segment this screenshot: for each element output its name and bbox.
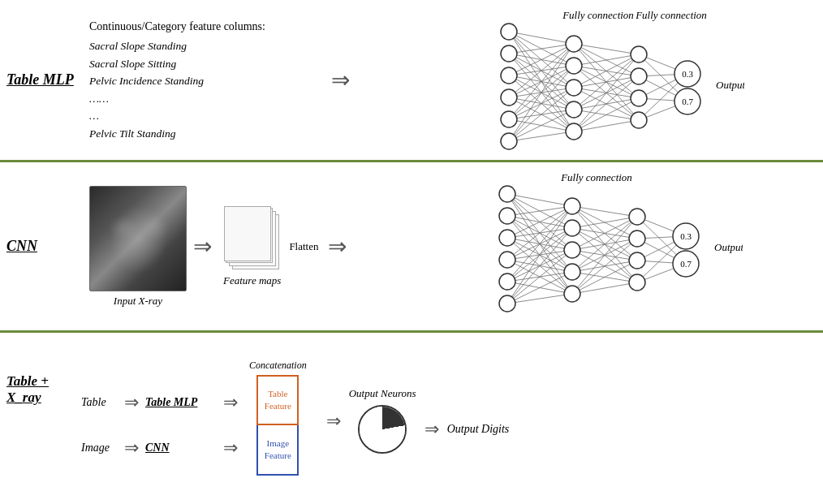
concat-bars: Table Feature Image Feature [256, 375, 299, 476]
mlp-header: Continuous/Category feature columns: [89, 18, 325, 36]
row2-arrow1: ⇒ [124, 437, 139, 459]
combined-row1: Table ⇒ Table MLP [81, 392, 218, 413]
cnn-layer2-nodes [564, 198, 580, 302]
row1-label: Table [81, 396, 118, 409]
svg-point-60 [501, 67, 517, 84]
svg-line-109 [572, 217, 637, 228]
output-neurons-label: Output Neurons [349, 387, 416, 400]
svg-point-66 [566, 80, 582, 96]
svg-line-30 [574, 44, 639, 54]
cnn-label: CNN [0, 238, 81, 255]
svg-line-105 [572, 206, 637, 217]
svg-point-143 [564, 286, 580, 302]
svg-line-42 [574, 54, 639, 110]
svg-point-139 [564, 198, 580, 214]
combined-label: Table + X_ray [0, 341, 81, 406]
section-cnn: CNN Input X-ray ⇒ Feature maps Flatten ⇒ [0, 162, 823, 333]
svg-line-122 [572, 239, 637, 294]
svg-line-46 [574, 54, 639, 131]
svg-point-70 [631, 68, 647, 84]
mlp-arrow: ⇒ [331, 67, 350, 93]
svg-point-144 [629, 209, 645, 225]
cnn-output-digits: Output Digits [714, 241, 743, 253]
svg-point-135 [499, 230, 515, 246]
svg-point-142 [564, 264, 580, 280]
cnn-nn-svg: Fully connection [434, 170, 743, 324]
svg-line-0 [509, 32, 574, 44]
connections-l2-l3 [574, 44, 639, 131]
svg-line-121 [572, 217, 637, 294]
combined-row2: Image ⇒ CNN [81, 437, 218, 459]
arrow-to-output: ⇒ [424, 394, 439, 440]
feature-maps [224, 206, 281, 271]
svg-point-61 [501, 89, 517, 106]
feature-maps-wrapper: Feature maps [223, 206, 281, 287]
svg-point-71 [631, 90, 647, 106]
svg-line-34 [574, 54, 639, 66]
feature-dots2: … [89, 107, 325, 125]
mlp-nn-svg: Fully connection Fully connection [436, 7, 744, 153]
svg-point-147 [629, 274, 645, 291]
fc-label-top2: Fully connection [635, 9, 707, 21]
svg-point-138 [499, 295, 515, 312]
row1-arrow1: ⇒ [124, 392, 139, 413]
svg-point-58 [501, 24, 517, 40]
output-neuron-circle [358, 405, 407, 454]
cnn-output-val-1: 0.3 [680, 231, 692, 241]
output-digits-section: Output Digits [447, 398, 510, 436]
layer3-nodes [631, 46, 647, 128]
svg-point-146 [629, 252, 645, 269]
flatten-label: Flatten [289, 240, 318, 253]
svg-line-123 [572, 261, 637, 294]
cnn-connections-l2-l3 [572, 206, 637, 294]
section-mlp: Table MLP Continuous/Category feature co… [0, 0, 823, 162]
combined-title-text: Table + X_ray [6, 373, 49, 405]
cnn-connections-l1-l2 [507, 194, 572, 304]
feature-dots1: …… [89, 90, 325, 108]
output-digits-label: Output Digits [447, 423, 510, 435]
output-val-1: 0.3 [682, 69, 693, 79]
combined-title: Table + X_ray [6, 373, 81, 406]
feature-map-1 [224, 206, 271, 261]
row2-model: CNN [145, 442, 218, 454]
svg-point-62 [501, 111, 517, 127]
feature-last: Pelvic Tilt Standing [89, 125, 325, 143]
cnn-layer3-nodes [629, 209, 645, 291]
combined-arrows2: ⇒ ⇒ [223, 376, 238, 459]
output-val-2: 0.7 [682, 97, 693, 106]
diagram-container: Table MLP Continuous/Category feature co… [0, 0, 823, 504]
output-circle-slice [360, 407, 405, 452]
arrow-to-neuron: ⇒ [326, 403, 341, 432]
svg-point-65 [566, 58, 582, 74]
svg-point-64 [566, 36, 582, 52]
mlp-title: Table MLP [6, 71, 74, 88]
mlp-label: Table MLP [0, 71, 81, 88]
mlp-features: Continuous/Category feature columns: Sac… [81, 18, 325, 143]
row1-arrow2: ⇒ [223, 392, 238, 413]
svg-point-133 [499, 186, 515, 202]
svg-point-72 [631, 112, 647, 128]
output-neurons-section: Output Neurons [349, 381, 416, 454]
mlp-output-digits: Output Digits [716, 79, 744, 91]
svg-point-145 [629, 230, 645, 247]
image-feature-bar: Image Feature [256, 425, 299, 476]
table-feature-text: Table Feature [265, 388, 291, 411]
xray-wrapper: Input X-ray [89, 186, 187, 308]
svg-line-38 [574, 54, 639, 88]
svg-point-134 [499, 208, 515, 224]
feature-maps-label: Feature maps [223, 274, 281, 287]
cnn-fc-label: Fully connection [560, 171, 632, 183]
feature-1: Sacral Slope Standing [89, 37, 325, 55]
xray-label: Input X-ray [114, 295, 162, 308]
xray-image [89, 186, 187, 291]
cnn-nn-container: Fully connection [353, 170, 823, 324]
cnn-arrow1: ⇒ [193, 233, 212, 260]
svg-line-48 [574, 98, 639, 131]
combined-rows: Table ⇒ Table MLP Image ⇒ CNN [81, 376, 218, 459]
svg-line-47 [574, 76, 639, 131]
cnn-title: CNN [6, 238, 37, 254]
cnn-layer1-nodes [499, 186, 515, 312]
svg-point-137 [499, 274, 515, 290]
svg-line-49 [574, 120, 639, 131]
svg-line-113 [572, 217, 637, 250]
